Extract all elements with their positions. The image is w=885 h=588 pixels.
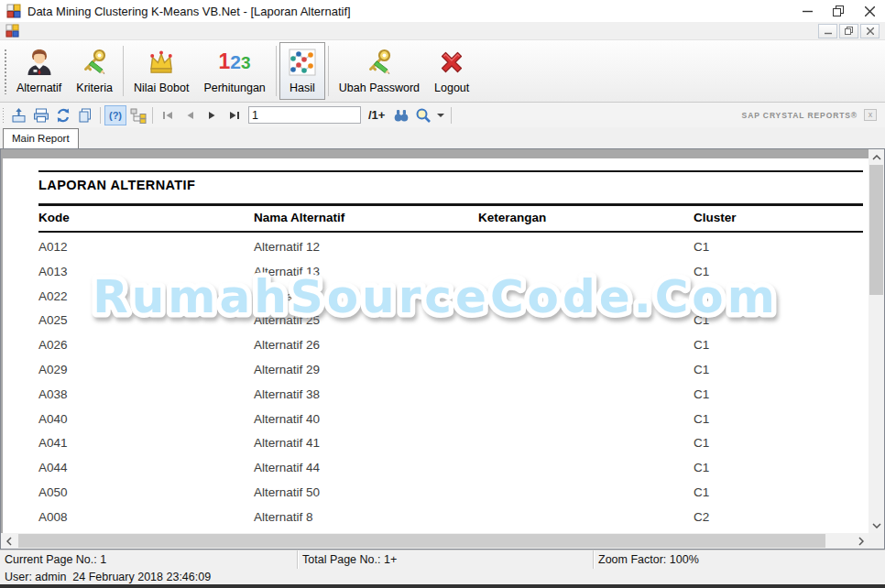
table-cell: C1 xyxy=(694,383,709,408)
table-cell: A008 xyxy=(38,506,68,530)
toolbar-button-label: Ubah Password xyxy=(339,82,420,94)
current-page-status: Current Page No.: 1 xyxy=(0,550,298,569)
table-cell: C1 xyxy=(694,235,709,260)
parameters-icon[interactable]: (?) xyxy=(104,105,126,125)
table-row: A040Alternatif 40C1 xyxy=(3,408,869,432)
alternatif-button[interactable]: Alternatif xyxy=(9,42,69,100)
table-cell: A041 xyxy=(38,431,68,456)
app-status-bar: User: admin 24 February 2018 23:46:09 xyxy=(0,569,885,584)
kriteria-button[interactable]: Kriteria xyxy=(69,42,120,100)
table-cell: C1 xyxy=(694,481,709,506)
sap-crystal-reports-brand: SAP CRYSTAL REPORTS® xyxy=(742,111,858,120)
nilai-bobot-button[interactable]: Nilai Bobot xyxy=(126,42,196,100)
table-cell: C1 xyxy=(694,358,709,383)
logout-button[interactable]: Logout xyxy=(427,42,476,100)
table-cell: Alternatif 38 xyxy=(254,383,320,408)
vertical-scroll-thumb[interactable] xyxy=(869,165,883,295)
restore-button[interactable] xyxy=(823,0,854,22)
toolbar-grip xyxy=(3,48,7,94)
scroll-right-icon[interactable] xyxy=(853,533,869,549)
window-title: Data Mining Clustering K-Means VB.Net - … xyxy=(27,5,351,18)
table-cell: Alternatif 22 xyxy=(254,285,320,310)
table-cell: C1 xyxy=(694,431,709,456)
total-page-status: Total Page No.: 1+ xyxy=(298,550,594,569)
table-cell: A026 xyxy=(38,333,68,358)
toolbar-separator xyxy=(123,46,124,96)
table-cell: Alternatif 44 xyxy=(254,456,320,481)
report-rule-top xyxy=(38,170,863,172)
minimize-button[interactable] xyxy=(792,0,823,22)
main-toolbar: Alternatif Kriteria xyxy=(0,40,885,103)
report-rule-under-header xyxy=(38,231,863,233)
hasil-button[interactable]: Hasil xyxy=(279,42,325,100)
table-cell: A013 xyxy=(38,260,68,285)
table-cell: C2 xyxy=(694,506,709,530)
scrollbar-corner xyxy=(869,533,884,549)
table-cell: Alternatif 13 xyxy=(254,260,320,285)
toolbar-button-label: Hasil xyxy=(290,82,315,94)
zoom-dropdown-caret[interactable] xyxy=(437,114,444,117)
table-cell: Alternatif 41 xyxy=(254,431,320,456)
table-cell: Alternatif 50 xyxy=(254,481,320,506)
mdi-restore-button[interactable] xyxy=(839,24,858,38)
first-page-icon[interactable] xyxy=(157,105,179,125)
crystal-toolbar-grip xyxy=(2,107,5,124)
viewer-status-bar: Current Page No.: 1 Total Page No.: 1+ Z… xyxy=(0,550,885,569)
scatter-chart-icon xyxy=(287,46,318,79)
table-row: A038Alternatif 38C1 xyxy=(3,383,869,408)
copy-icon[interactable] xyxy=(74,105,96,125)
group-tree-icon[interactable] xyxy=(126,105,148,125)
mdi-minimize-button[interactable] xyxy=(818,24,837,38)
table-cell: A022 xyxy=(38,285,68,310)
toolbar-separator xyxy=(451,107,452,124)
table-row: A050Alternatif 50C1 xyxy=(3,481,869,506)
scroll-left-icon[interactable] xyxy=(1,533,16,549)
vertical-scrollbar[interactable] xyxy=(869,149,884,533)
horizontal-scroll-thumb[interactable] xyxy=(18,534,825,548)
toolbar-separator xyxy=(152,107,153,124)
export-icon[interactable] xyxy=(8,105,30,125)
prev-page-icon[interactable] xyxy=(179,105,201,125)
table-cell: Alternatif 12 xyxy=(254,235,320,260)
menu-strip xyxy=(0,22,885,40)
toolbar-button-label: Kriteria xyxy=(76,82,113,94)
perhitungan-button[interactable]: 123 Perhitungan xyxy=(196,42,272,100)
vertical-scroll-track[interactable] xyxy=(869,165,884,517)
page-total-label: /1+ xyxy=(368,108,385,122)
businessman-icon xyxy=(24,46,55,79)
table-cell: C1 xyxy=(694,309,709,333)
key-pencil-icon xyxy=(364,46,395,79)
page-number-input[interactable] xyxy=(248,106,361,124)
toolbar-button-label: Nilai Bobot xyxy=(134,82,189,94)
scroll-down-icon[interactable] xyxy=(869,517,884,533)
crystal-toolbar: (?) /1+ SAP CRYSTAL REPORTS® x xyxy=(0,103,885,127)
horizontal-scroll-track[interactable] xyxy=(16,533,853,549)
column-header-kode: Kode xyxy=(38,211,70,224)
close-button[interactable] xyxy=(854,0,885,22)
scroll-up-icon[interactable] xyxy=(869,149,884,165)
table-cell: A029 xyxy=(38,358,68,383)
table-cell: C1 xyxy=(694,333,709,358)
column-header-cluster: Cluster xyxy=(694,211,737,224)
mdi-child-icon xyxy=(5,24,19,38)
zoom-factor-status: Zoom Factor: 100% xyxy=(594,550,885,569)
mdi-close-button[interactable] xyxy=(860,24,880,38)
horizontal-scrollbar[interactable] xyxy=(1,533,869,549)
table-row: A022Alternatif 22C1 xyxy=(3,285,869,310)
table-row: A044Alternatif 44C1 xyxy=(3,456,869,481)
report-viewer: LAPORAN ALTERNATIF Kode Nama Alternatif … xyxy=(0,148,885,550)
table-cell: Alternatif 8 xyxy=(254,506,313,530)
print-icon[interactable] xyxy=(30,105,52,125)
find-icon[interactable] xyxy=(390,105,412,125)
table-cell: A044 xyxy=(38,456,68,481)
app-window: Data Mining Clustering K-Means VB.Net - … xyxy=(0,0,885,588)
tab-main-report[interactable]: Main Report xyxy=(3,128,79,148)
last-page-icon[interactable] xyxy=(223,105,245,125)
table-cell: Alternatif 29 xyxy=(254,358,320,383)
next-page-icon[interactable] xyxy=(201,105,223,125)
table-cell: A040 xyxy=(38,408,68,432)
zoom-icon[interactable] xyxy=(412,105,434,125)
ubah-password-button[interactable]: Ubah Password xyxy=(332,42,427,100)
refresh-icon[interactable] xyxy=(52,105,74,125)
brand-close-icon[interactable]: x xyxy=(864,109,877,121)
